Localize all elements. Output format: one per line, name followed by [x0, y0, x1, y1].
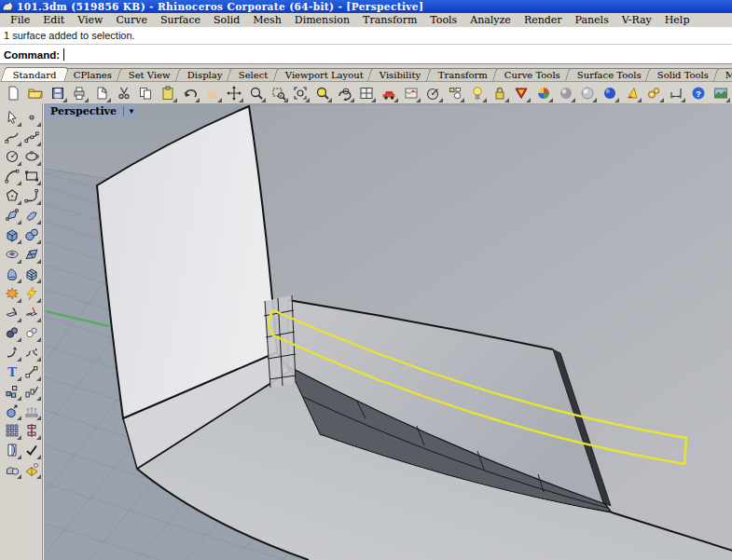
- polyline-icon[interactable]: [2, 127, 22, 147]
- move-point-icon[interactable]: [21, 362, 42, 382]
- extrude-cube-icon[interactable]: [2, 401, 22, 421]
- menu-file[interactable]: File: [4, 13, 36, 27]
- menu-solid[interactable]: Solid: [207, 13, 246, 27]
- perspective-viewport[interactable]: Perspective ▼: [43, 103, 732, 560]
- tab-mesh-tools[interactable]: Mesh Tools: [713, 68, 732, 81]
- menu-mesh[interactable]: Mesh: [246, 13, 288, 27]
- fillet-curve-icon[interactable]: [21, 185, 42, 206]
- ghosted-sphere-icon[interactable]: [577, 82, 598, 103]
- trim-icon[interactable]: [2, 303, 22, 323]
- tab-surface-tools[interactable]: Surface Tools: [564, 68, 653, 81]
- print-icon[interactable]: [69, 82, 90, 103]
- blocks-icon[interactable]: [2, 381, 22, 402]
- zoom-selected-icon[interactable]: [290, 82, 311, 103]
- flip-page-icon[interactable]: [2, 440, 22, 460]
- zoom-lens-icon[interactable]: [312, 82, 333, 103]
- paste-icon[interactable]: [158, 82, 178, 103]
- menu-view[interactable]: View: [71, 13, 109, 27]
- array-linear-icon[interactable]: [21, 381, 42, 402]
- map-icon[interactable]: [401, 82, 421, 103]
- gears-icon[interactable]: [643, 82, 664, 103]
- control-curve-icon[interactable]: [21, 127, 42, 147]
- viewport-title[interactable]: Perspective ▼: [45, 104, 138, 118]
- select-arrow-icon[interactable]: [2, 107, 22, 128]
- tab-set-view[interactable]: Set View: [117, 68, 183, 81]
- lock-icon[interactable]: [489, 82, 509, 103]
- shaded-sphere-icon[interactable]: [556, 82, 576, 103]
- render-colors-icon[interactable]: [533, 82, 554, 103]
- extend-curve-icon[interactable]: [2, 342, 22, 362]
- menu-tools[interactable]: Tools: [423, 13, 463, 27]
- circle-icon[interactable]: [2, 146, 22, 167]
- menu-panels[interactable]: Panels: [569, 13, 615, 27]
- save-icon[interactable]: [47, 82, 67, 103]
- boolean-light-icon[interactable]: [21, 322, 42, 343]
- surface-patch-icon[interactable]: [21, 205, 42, 225]
- open-file-icon[interactable]: [25, 82, 46, 103]
- star-burst-icon[interactable]: [2, 283, 22, 304]
- menu-v-ray[interactable]: V-Ray: [615, 13, 658, 27]
- menu-dimension[interactable]: Dimension: [288, 13, 356, 27]
- command-input[interactable]: [64, 49, 732, 61]
- primitives-gray-icon[interactable]: [2, 459, 22, 480]
- menu-edit[interactable]: Edit: [36, 13, 71, 27]
- dimension-icon[interactable]: [666, 82, 686, 103]
- sphere-icon[interactable]: [21, 225, 42, 245]
- zoom-dynamic-icon[interactable]: [246, 82, 267, 103]
- control-surface-icon[interactable]: [2, 205, 22, 225]
- vray-shield-icon[interactable]: [511, 82, 532, 103]
- help-icon[interactable]: ?: [688, 82, 709, 103]
- viewport-canvas[interactable]: [44, 103, 732, 560]
- cplane-icon[interactable]: [422, 82, 443, 103]
- select-objects-icon[interactable]: [445, 82, 465, 103]
- car-icon[interactable]: [379, 82, 399, 103]
- mesh-box-icon[interactable]: [21, 264, 42, 284]
- ellipse-icon[interactable]: [21, 146, 42, 167]
- move-view-icon[interactable]: [224, 82, 244, 103]
- command-line[interactable]: Command:: [0, 45, 732, 64]
- pan-icon[interactable]: [201, 82, 222, 103]
- cut-icon[interactable]: [114, 82, 134, 103]
- tab-visibility[interactable]: Visibility: [367, 68, 434, 81]
- tab-transform[interactable]: Transform: [425, 68, 500, 81]
- copy-icon[interactable]: [135, 82, 156, 103]
- clamp-icon[interactable]: [21, 420, 42, 441]
- menu-help[interactable]: Help: [658, 13, 697, 27]
- tab-curve-tools[interactable]: Curve Tools: [491, 68, 572, 81]
- menu-render[interactable]: Render: [518, 13, 569, 27]
- menu-curve[interactable]: Curve: [109, 13, 153, 27]
- menu-analyze[interactable]: Analyze: [463, 13, 518, 27]
- mesh-surface-icon[interactable]: [21, 244, 42, 265]
- point-icon[interactable]: [21, 107, 42, 128]
- polysurface-yellow-icon[interactable]: [21, 459, 42, 480]
- check-icon[interactable]: [21, 440, 42, 460]
- split-icon[interactable]: [21, 303, 42, 323]
- zoom-window-icon[interactable]: [268, 82, 288, 103]
- export-page-icon[interactable]: [91, 82, 112, 103]
- torus-icon[interactable]: [2, 244, 22, 265]
- rotate-view-icon[interactable]: [335, 82, 355, 103]
- text-icon[interactable]: T: [2, 362, 22, 382]
- lightning-icon[interactable]: [21, 283, 42, 304]
- pin-points-icon[interactable]: [21, 401, 42, 421]
- polygon-icon[interactable]: [2, 185, 22, 206]
- lightbulb-icon[interactable]: [467, 82, 488, 103]
- menu-transform[interactable]: Transform: [356, 13, 423, 27]
- undo-icon[interactable]: [180, 82, 200, 103]
- tab-display[interactable]: Display: [174, 68, 234, 81]
- blend-curve-icon[interactable]: [21, 342, 42, 362]
- new-file-icon[interactable]: [3, 82, 23, 103]
- environment-icon[interactable]: [711, 82, 731, 103]
- menu-surface[interactable]: Surface: [154, 13, 207, 27]
- tab-cplanes[interactable]: CPlanes: [62, 68, 125, 81]
- revolve-surface-icon[interactable]: [2, 264, 22, 284]
- boolean-dark-icon[interactable]: [2, 322, 22, 343]
- chevron-down-icon[interactable]: ▼: [128, 108, 135, 116]
- viewport-layout-icon[interactable]: [356, 82, 377, 103]
- arc-icon[interactable]: [2, 166, 22, 186]
- tab-viewport-layout[interactable]: Viewport Layout: [272, 68, 375, 81]
- tab-solid-tools[interactable]: Solid Tools: [645, 68, 722, 81]
- tab-standard[interactable]: Standard: [1, 67, 70, 81]
- rendered-sphere-icon[interactable]: [600, 82, 620, 103]
- rectangle-icon[interactable]: [21, 166, 42, 186]
